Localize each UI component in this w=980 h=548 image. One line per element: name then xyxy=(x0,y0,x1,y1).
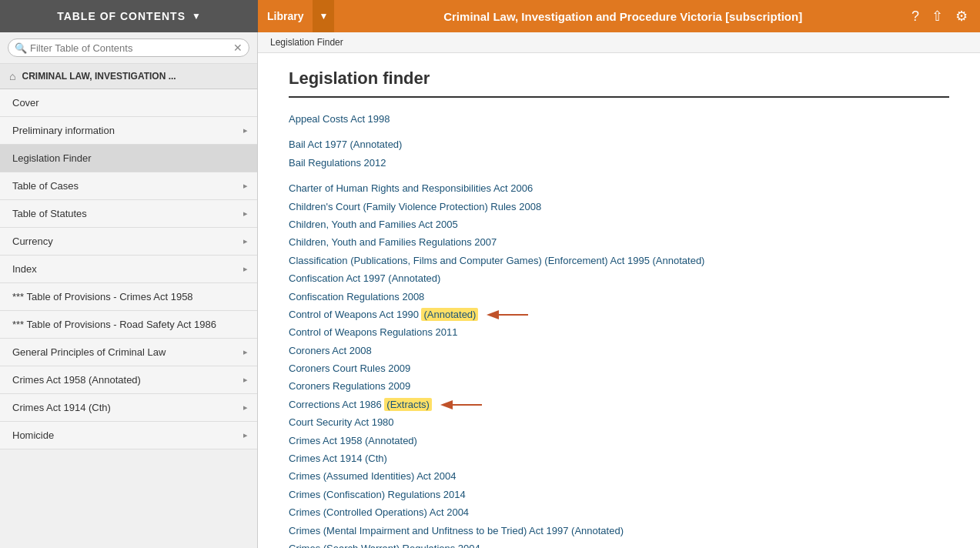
leg-link-16[interactable]: Court Security Act 1980 xyxy=(289,413,949,431)
sidebar-item-arrow-icon: ▸ xyxy=(243,181,248,191)
leg-link-21[interactable]: Crimes (Controlled Operations) Act 2004 xyxy=(289,503,949,521)
leg-group-2: Bail Act 1977 (Annotated)Bail Regulation… xyxy=(289,135,949,172)
toc-title: TABLE OF CONTENTS xyxy=(57,10,186,22)
leg-link-13[interactable]: Coroners Court Rules 2009 xyxy=(289,359,949,377)
leg-link-17[interactable]: Crimes Act 1958 (Annotated) xyxy=(289,432,949,449)
toc-chevron-icon[interactable]: ▼ xyxy=(192,11,201,22)
sidebar-item-label: Homicide xyxy=(12,429,243,441)
sidebar-item-arrow-icon: ▸ xyxy=(243,403,248,413)
sidebar-item-7[interactable]: *** Table of Provisions - Crimes Act 195… xyxy=(0,283,257,311)
sidebar-home-label: CRIMINAL LAW, INVESTIGATION ... xyxy=(22,71,176,82)
top-bar-icons: ? ⇧ ⚙ xyxy=(911,8,980,25)
search-icon: 🔍 xyxy=(15,42,27,54)
sidebar: 🔍 ✕ ⌂ CRIMINAL LAW, INVESTIGATION ... Co… xyxy=(0,32,258,548)
sidebar-item-6[interactable]: Index▸ xyxy=(0,256,257,283)
sidebar-item-9[interactable]: General Principles of Criminal Law▸ xyxy=(0,339,257,366)
sidebar-item-arrow-icon: ▸ xyxy=(243,375,248,385)
sidebar-item-label: Table of Statutes xyxy=(12,208,243,219)
top-bar: TABLE OF CONTENTS ▼ Library ▼ Criminal L… xyxy=(0,0,980,32)
leg-link-4[interactable]: Children's Court (Family Violence Protec… xyxy=(289,198,949,216)
sidebar-home[interactable]: ⌂ CRIMINAL LAW, INVESTIGATION ... xyxy=(0,64,257,89)
sidebar-item-label: *** Table of Provisions - Road Safety Ac… xyxy=(12,319,248,330)
sidebar-item-2[interactable]: Legislation Finder xyxy=(0,145,257,172)
orange-arrow-icon xyxy=(486,306,532,323)
search-input[interactable] xyxy=(30,42,233,54)
share-icon[interactable]: ⇧ xyxy=(932,8,943,25)
leg-link-9[interactable]: Confiscation Regulations 2008 xyxy=(289,288,949,306)
search-bar: 🔍 ✕ xyxy=(0,32,257,64)
leg-link-20[interactable]: Crimes (Confiscation) Regulations 2014 xyxy=(289,486,949,503)
leg-link-23[interactable]: Crimes (Search Warrant) Regulations 2004 xyxy=(289,540,949,548)
sidebar-item-4[interactable]: Table of Statutes▸ xyxy=(0,200,257,228)
highlight-badge: (Annotated) xyxy=(421,308,478,321)
sidebar-item-label: Index xyxy=(12,263,243,275)
sidebar-item-arrow-icon: ▸ xyxy=(243,264,248,274)
sidebar-item-label: General Principles of Criminal Law xyxy=(12,346,243,358)
sidebar-item-label: *** Table of Provisions - Crimes Act 195… xyxy=(12,291,248,302)
leg-group-3: Charter of Human Rights and Responsibili… xyxy=(289,179,949,548)
leg-link-0[interactable]: Appeal Costs Act 1998 xyxy=(289,110,949,128)
sidebar-item-label: Table of Cases xyxy=(12,180,243,192)
leg-link-3[interactable]: Charter of Human Rights and Responsibili… xyxy=(289,179,949,197)
sidebar-item-12[interactable]: Homicide▸ xyxy=(0,422,257,449)
content-area: Legislation Finder Legislation finder Ap… xyxy=(258,32,980,548)
sidebar-item-label: Currency xyxy=(12,236,243,247)
sidebar-item-8[interactable]: *** Table of Provisions - Road Safety Ac… xyxy=(0,311,257,339)
leg-link-22[interactable]: Crimes (Mental Impairment and Unfitness … xyxy=(289,522,949,540)
content-scroll: Legislation finder Appeal Costs Act 1998… xyxy=(258,53,980,548)
sidebar-item-arrow-icon: ▸ xyxy=(243,125,248,135)
sidebar-item-1[interactable]: Preliminary information▸ xyxy=(0,117,257,145)
toc-header: TABLE OF CONTENTS ▼ xyxy=(0,0,258,32)
leg-link-7[interactable]: Classification (Publications, Films and … xyxy=(289,252,949,269)
settings-icon[interactable]: ⚙ xyxy=(955,8,968,25)
leg-link-1[interactable]: Bail Act 1977 (Annotated) xyxy=(289,135,949,153)
sidebar-item-11[interactable]: Crimes Act 1914 (Cth)▸ xyxy=(0,394,257,422)
leg-link-10[interactable]: Control of Weapons Act 1990 (Annotated) xyxy=(289,306,949,323)
sidebar-item-label: Crimes Act 1914 (Cth) xyxy=(12,402,243,413)
sidebar-item-5[interactable]: Currency▸ xyxy=(0,228,257,256)
sidebar-item-3[interactable]: Table of Cases▸ xyxy=(0,172,257,200)
highlight-badge: (Extracts) xyxy=(384,398,432,411)
breadcrumb: Legislation Finder xyxy=(258,32,980,53)
sidebar-item-arrow-icon: ▸ xyxy=(243,430,248,440)
header-title: Criminal Law, Investigation and Procedur… xyxy=(334,10,911,23)
leg-link-18[interactable]: Crimes Act 1914 (Cth) xyxy=(289,449,949,467)
home-icon: ⌂ xyxy=(9,70,15,82)
leg-link-19[interactable]: Crimes (Assumed Identities) Act 2004 xyxy=(289,467,949,485)
sidebar-item-10[interactable]: Crimes Act 1958 (Annotated)▸ xyxy=(0,366,257,394)
top-bar-center: Library ▼ Criminal Law, Investigation an… xyxy=(258,0,911,32)
leg-group-1: Appeal Costs Act 1998 xyxy=(289,110,949,128)
library-button[interactable]: Library xyxy=(258,0,313,32)
leg-link-2[interactable]: Bail Regulations 2012 xyxy=(289,154,949,172)
sidebar-item-arrow-icon: ▸ xyxy=(243,209,248,219)
leg-link-5[interactable]: Children, Youth and Families Act 2005 xyxy=(289,216,949,233)
leg-link-15[interactable]: Corrections Act 1986 (Extracts) xyxy=(289,396,949,413)
sidebar-item-arrow-icon: ▸ xyxy=(243,347,248,357)
search-clear-icon[interactable]: ✕ xyxy=(233,42,242,54)
search-input-wrap: 🔍 ✕ xyxy=(8,38,249,57)
leg-link-11[interactable]: Control of Weapons Regulations 2011 xyxy=(289,323,949,341)
sidebar-item-arrow-icon: ▸ xyxy=(243,236,248,246)
leg-link-14[interactable]: Coroners Regulations 2009 xyxy=(289,377,949,395)
sidebar-item-label: Cover xyxy=(12,97,248,109)
links-container: Appeal Costs Act 1998Bail Act 1977 (Anno… xyxy=(289,110,949,548)
leg-link-12[interactable]: Coroners Act 2008 xyxy=(289,342,949,359)
page-title: Legislation finder xyxy=(289,68,949,98)
sidebar-list: CoverPreliminary information▸Legislation… xyxy=(0,89,257,548)
help-icon[interactable]: ? xyxy=(911,8,919,25)
leg-link-6[interactable]: Children, Youth and Families Regulations… xyxy=(289,233,949,251)
sidebar-item-label: Crimes Act 1958 (Annotated) xyxy=(12,374,243,386)
library-dropdown-button[interactable]: ▼ xyxy=(313,0,334,32)
main-layout: 🔍 ✕ ⌂ CRIMINAL LAW, INVESTIGATION ... Co… xyxy=(0,32,980,548)
sidebar-item-0[interactable]: Cover xyxy=(0,89,257,117)
orange-arrow-icon xyxy=(440,396,486,413)
leg-link-8[interactable]: Confiscation Act 1997 (Annotated) xyxy=(289,269,949,287)
sidebar-item-label: Legislation Finder xyxy=(12,152,248,164)
sidebar-item-label: Preliminary information xyxy=(12,125,243,136)
